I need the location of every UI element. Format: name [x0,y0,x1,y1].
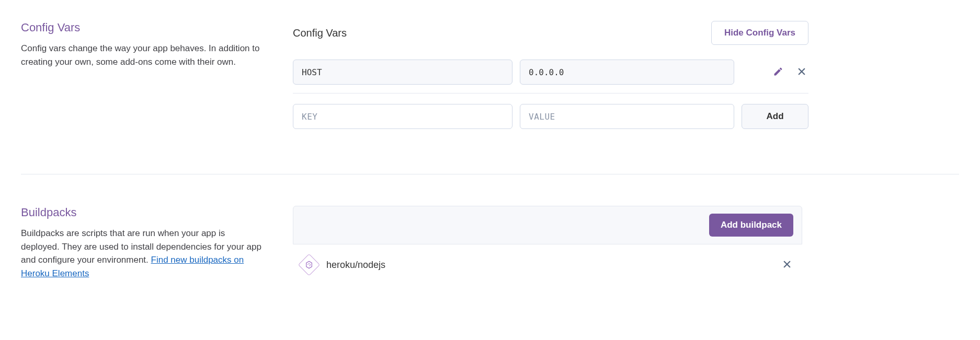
nodejs-icon [298,254,320,276]
config-vars-side-desc: Config vars change the way your app beha… [21,42,261,68]
config-var-value-input[interactable] [520,60,734,85]
buildpacks-side-desc: Buildpacks are scripts that are run when… [21,227,261,280]
remove-buildpack-button[interactable] [780,257,794,273]
config-vars-panel: Config Vars Hide Config Vars [293,21,965,137]
close-icon [797,67,806,78]
config-var-row [293,60,808,85]
pencil-icon [773,66,783,78]
add-config-var-button[interactable]: Add [742,104,808,129]
config-var-key-input[interactable] [293,60,512,85]
buildpacks-side: Buildpacks Buildpacks are scripts that a… [21,206,293,280]
config-var-actions [771,64,808,80]
hide-config-vars-button[interactable]: Hide Config Vars [711,21,808,45]
delete-config-var-button[interactable] [795,65,808,80]
config-vars-section: Config Vars Config vars change the way y… [0,21,980,137]
new-config-var-value-input[interactable] [520,104,734,129]
config-vars-header: Config Vars Hide Config Vars [293,21,808,45]
edit-config-var-button[interactable] [771,64,785,80]
close-icon [782,260,792,271]
buildpacks-panel: Add buildpack heroku/nodejs [293,206,959,280]
section-divider [21,174,959,174]
buildpack-row: heroku/nodejs [293,244,802,273]
add-buildpack-button[interactable]: Add buildpack [709,214,793,237]
config-var-new-row: Add [293,104,808,129]
buildpacks-section: Buildpacks Buildpacks are scripts that a… [0,206,980,280]
buildpacks-header-bar: Add buildpack [293,206,802,244]
config-vars-side-title: Config Vars [21,21,261,34]
config-var-divider [293,93,808,93]
config-vars-side: Config Vars Config vars change the way y… [21,21,293,137]
config-vars-header-title: Config Vars [293,27,347,39]
buildpacks-side-title: Buildpacks [21,206,261,219]
new-config-var-key-input[interactable] [293,104,512,129]
buildpack-name: heroku/nodejs [326,260,385,271]
